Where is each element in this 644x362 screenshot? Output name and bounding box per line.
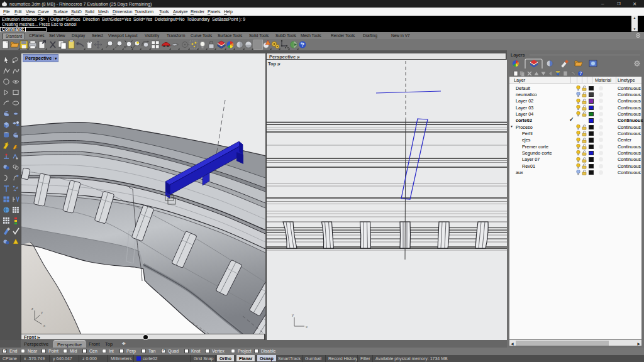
svg-text:?: ? — [301, 41, 304, 48]
svg-text:?: ? — [579, 71, 582, 75]
svg-text:x: x — [43, 324, 45, 327]
svg-text:y: y — [292, 313, 294, 317]
svg-text:x: x — [306, 325, 308, 329]
svg-text:z: z — [31, 307, 33, 310]
svg-text:y: y — [41, 310, 43, 314]
